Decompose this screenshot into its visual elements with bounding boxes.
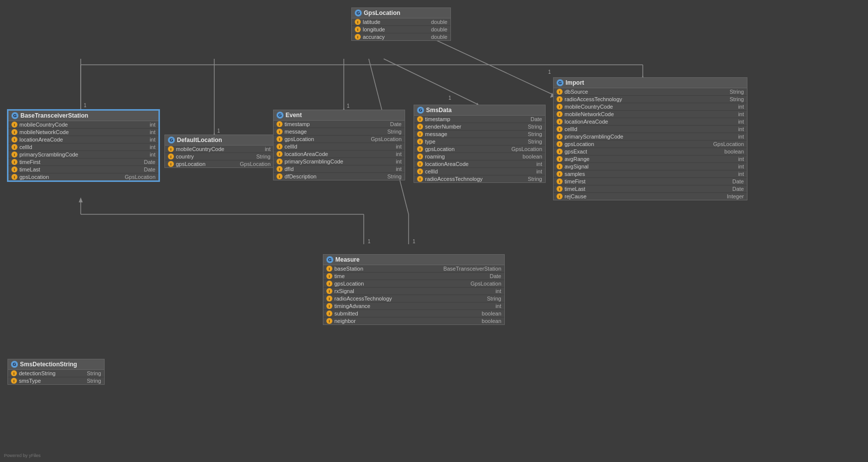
entity-dl-icon: G (168, 137, 175, 144)
entity-import[interactable]: G Import i dbSource String i radioAccess… (553, 77, 747, 200)
entity-event-icon: G (277, 112, 284, 119)
field-event-dfdescription: i dfDescription String (274, 173, 405, 180)
field-imp-dbsource: i dbSource String (554, 88, 747, 96)
field-imp-rat: i radioAccessTechnology String (554, 96, 747, 103)
field-meas-rxsignal: i rxSignal int (323, 288, 504, 295)
field-imp-avgrange: i avgRange int (554, 155, 747, 163)
field-imp-mcc: i mobileCountryCode int (554, 103, 747, 111)
field-sms-timestamp: i timestamp Date (414, 116, 545, 123)
entity-import-icon: G (557, 79, 564, 86)
field-imp-gpslocation: i gpsLocation GpsLocation (554, 141, 747, 148)
field-imp-lac: i locationAreaCode int (554, 118, 747, 126)
field-accuracy: i accuracy double (352, 33, 450, 40)
field-event-psc: i primaryScramblingCode int (274, 158, 405, 165)
svg-text:1: 1 (548, 69, 551, 75)
field-dl-mcc: i mobileCountryCode int (165, 146, 274, 153)
field-sms-message: i message String (414, 131, 545, 138)
field-sms-type: i type String (414, 138, 545, 146)
entity-smsdata-title: SmsData (426, 107, 451, 114)
svg-text:1: 1 (84, 103, 87, 108)
field-bts-cellid: i cellId int (8, 144, 158, 151)
entity-gpslocation-icon: G (355, 9, 362, 16)
field-bts-mcc: i mobileCountryCode int (8, 121, 158, 129)
field-event-cellid: i cellId int (274, 143, 405, 151)
entity-bts-header: G BaseTransceiverStation (8, 111, 158, 121)
field-sms-rat: i radioAccessTechnology String (414, 175, 545, 182)
field-sms-cellid: i cellId int (414, 168, 545, 175)
field-bts-mnc: i mobileNetworkCode int (8, 129, 158, 136)
field-event-message: i message String (274, 128, 405, 136)
field-bts-lac: i locationAreaCode int (8, 136, 158, 144)
entity-event-title: Event (286, 112, 302, 119)
entity-gpslocation-header: G GpsLocation (352, 8, 450, 18)
field-sms-lac: i locationAreaCode int (414, 160, 545, 168)
entity-measure[interactable]: G Measure i baseStation BaseTransceiverS… (323, 254, 505, 325)
entity-import-header: G Import (554, 78, 747, 88)
entity-measure-icon: G (326, 256, 333, 263)
entity-gpslocation-title: GpsLocation (364, 9, 400, 16)
field-imp-cellid: i cellId int (554, 126, 747, 133)
entity-gpslocation[interactable]: G GpsLocation i latitude double i longit… (351, 7, 451, 41)
entity-defaultlocation[interactable]: G DefaultLocation i mobileCountryCode in… (164, 135, 274, 168)
entity-event-header: G Event (274, 110, 405, 121)
field-imp-mnc: i mobileNetworkCode int (554, 111, 747, 118)
connections-layer: 1 1 1 1 1 1 1 1 (0, 0, 868, 462)
watermark-text: Powered by yFiles (4, 453, 41, 458)
field-sms-roaming: i roaming boolean (414, 153, 545, 160)
field-imp-samples: i samples int (554, 170, 747, 178)
entity-smsdata-header: G SmsData (414, 105, 545, 116)
entity-dl-title: DefaultLocation (177, 137, 222, 144)
field-bts-psc: i primaryScramblingCode int (8, 151, 158, 158)
field-dl-country: i country String (165, 153, 274, 160)
entity-event[interactable]: G Event i timestamp Date i message Strin… (273, 110, 405, 180)
entity-smsdetectionstring[interactable]: G SmsDetectionString i detectionString S… (7, 359, 105, 385)
field-longitude: i longitude double (352, 26, 450, 33)
field-imp-avgsignal: i avgSignal int (554, 163, 747, 170)
svg-marker-23 (79, 197, 83, 202)
entity-sds-header: G SmsDetectionString (8, 359, 104, 370)
svg-text:1: 1 (448, 95, 451, 101)
entity-measure-title: Measure (335, 256, 360, 263)
field-meas-rat: i radioAccessTechnology String (323, 295, 504, 303)
field-imp-timefirst: i timeFirst Date (554, 178, 747, 185)
field-meas-time: i time Date (323, 273, 504, 280)
field-meas-submitted: i submitted boolean (323, 310, 504, 317)
entity-dl-header: G DefaultLocation (165, 135, 274, 146)
field-meas-gpslocation: i gpsLocation GpsLocation (323, 280, 504, 288)
field-meas-basestation: i baseStation BaseTransceiverStation (323, 265, 504, 273)
svg-text:1: 1 (368, 239, 371, 244)
entity-smsdata[interactable]: G SmsData i timestamp Date i senderNumbe… (414, 105, 546, 183)
entity-bts-title: BaseTransceiverStation (20, 112, 88, 119)
entity-measure-header: G Measure (323, 255, 504, 265)
svg-text:1: 1 (413, 239, 416, 244)
field-bts-timefirst: i timeFirst Date (8, 158, 158, 166)
field-event-timestamp: i timestamp Date (274, 121, 405, 128)
field-event-lac: i locationAreaCode int (274, 151, 405, 158)
field-event-gpslocation: i gpsLocation GpsLocation (274, 136, 405, 143)
field-sds-smstype: i smsType String (8, 377, 104, 384)
field-sms-gpslocation: i gpsLocation GpsLocation (414, 146, 545, 153)
entity-smsdata-icon: G (417, 107, 424, 114)
svg-text:1: 1 (217, 128, 220, 134)
svg-line-10 (384, 59, 478, 105)
entity-sds-icon: G (11, 361, 18, 368)
svg-text:1: 1 (347, 103, 350, 109)
entity-sds-title: SmsDetectionString (20, 361, 77, 368)
diagram-canvas: 1 1 1 1 1 1 1 1 (0, 0, 868, 462)
field-meas-neighbor: i neighbor boolean (323, 317, 504, 324)
field-imp-gpsexact: i gpsExact boolean (554, 148, 747, 155)
field-latitude: i latitude double (352, 18, 450, 26)
field-dl-gpslocation: i gpsLocation GpsLocation (165, 160, 274, 167)
field-imp-psc: i primaryScramblingCode int (554, 133, 747, 141)
field-imp-timelast: i timeLast Date (554, 185, 747, 193)
field-sds-detectionstring: i detectionString String (8, 370, 104, 377)
field-bts-timelast: i timeLast Date (8, 166, 158, 173)
field-event-dfid: i dfId int (274, 165, 405, 173)
entity-import-title: Import (566, 79, 584, 86)
entity-basetransceiverstation[interactable]: G BaseTransceiverStation i mobileCountry… (7, 110, 159, 181)
entity-bts-icon: G (11, 112, 18, 119)
field-meas-timingadvance: i timingAdvance int (323, 303, 504, 310)
field-sms-sendernumber: i senderNumber String (414, 123, 545, 131)
field-imp-rejcause: i rejCause Integer (554, 193, 747, 200)
field-bts-gpslocation: i gpsLocation GpsLocation (8, 173, 158, 180)
